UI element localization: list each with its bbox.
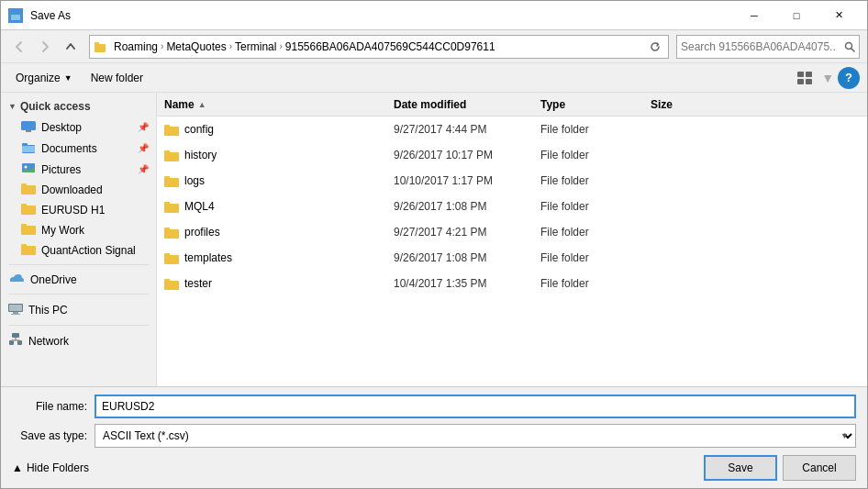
sidebar: ▼ Quick access Desktop 📌 Documents 📌 bbox=[1, 93, 157, 386]
sidebar-item-onedrive[interactable]: OneDrive bbox=[1, 269, 156, 290]
svg-rect-14 bbox=[22, 143, 28, 146]
pin-icon: 📌 bbox=[138, 122, 149, 132]
svg-rect-11 bbox=[21, 121, 36, 130]
organize-button[interactable]: Organize ▼ bbox=[8, 67, 80, 89]
svg-rect-12 bbox=[26, 130, 31, 132]
maximize-button[interactable]: □ bbox=[775, 1, 818, 30]
sidebar-item-quantaction[interactable]: QuantAction Signal bbox=[1, 240, 156, 261]
column-name[interactable]: Name ▲ bbox=[164, 98, 394, 111]
forward-button[interactable] bbox=[34, 36, 56, 58]
sidebar-item-documents[interactable]: Documents 📌 bbox=[1, 138, 156, 159]
sidebar-item-network-label: Network bbox=[28, 335, 69, 348]
sidebar-item-eurusd[interactable]: EURUSD H1 bbox=[1, 200, 156, 220]
sidebar-item-pictures[interactable]: Pictures 📌 bbox=[1, 159, 156, 180]
quantaction-folder-icon bbox=[21, 243, 36, 258]
search-input[interactable] bbox=[677, 40, 840, 53]
organize-chevron-icon: ▼ bbox=[64, 73, 72, 83]
network-icon bbox=[8, 333, 23, 349]
file-name: profiles bbox=[184, 226, 220, 239]
table-row[interactable]: logs 10/10/2017 1:17 PM File folder bbox=[157, 168, 867, 194]
file-type: File folder bbox=[540, 200, 651, 213]
table-row[interactable]: tester 10/4/2017 1:35 PM File folder bbox=[157, 271, 867, 296]
view-separator: ▼ bbox=[821, 71, 834, 85]
sidebar-item-desktop[interactable]: Desktop 📌 bbox=[1, 117, 156, 138]
svg-rect-2 bbox=[11, 15, 20, 20]
address-bar[interactable]: Roaming › MetaQuotes › Terminal › 915566… bbox=[89, 35, 669, 59]
quick-access-header[interactable]: ▼ Quick access bbox=[1, 96, 156, 117]
cancel-button[interactable]: Cancel bbox=[783, 455, 856, 481]
folder-icon bbox=[164, 201, 179, 213]
file-type: File folder bbox=[540, 123, 651, 136]
svg-rect-9 bbox=[797, 79, 804, 84]
search-box[interactable] bbox=[676, 35, 860, 59]
column-size[interactable]: Size bbox=[651, 98, 724, 111]
sidebar-divider-1 bbox=[8, 264, 149, 265]
hide-folders-label: Hide Folders bbox=[27, 461, 89, 474]
refresh-button[interactable] bbox=[646, 38, 664, 56]
sidebar-divider-2 bbox=[8, 294, 149, 295]
up-button[interactable] bbox=[60, 36, 82, 58]
table-row[interactable]: templates 9/26/2017 1:08 PM File folder bbox=[157, 245, 867, 271]
pin-icon-3: 📌 bbox=[138, 164, 149, 174]
save-button[interactable]: Save bbox=[704, 455, 777, 481]
sidebar-item-desktop-label: Desktop bbox=[41, 121, 82, 134]
minimize-button[interactable]: ─ bbox=[733, 1, 775, 30]
file-type: File folder bbox=[540, 251, 651, 264]
quick-access-label: Quick access bbox=[20, 100, 91, 113]
svg-rect-46 bbox=[164, 255, 179, 264]
sidebar-item-eurusd-label: EURUSD H1 bbox=[41, 204, 105, 217]
svg-rect-45 bbox=[164, 228, 170, 230]
view-options-button[interactable] bbox=[792, 67, 818, 89]
hide-folders-toggle[interactable]: ▲ Hide Folders bbox=[12, 461, 89, 474]
svg-rect-40 bbox=[164, 178, 179, 187]
hide-folders-chevron: ▲ bbox=[12, 461, 23, 474]
filename-row: File name: bbox=[12, 395, 856, 418]
file-name-label: File name: bbox=[12, 400, 95, 413]
sidebar-item-thispc[interactable]: This PC bbox=[1, 298, 156, 321]
column-type[interactable]: Type bbox=[540, 98, 651, 111]
column-date-modified[interactable]: Date modified bbox=[394, 98, 540, 111]
thispc-icon bbox=[8, 302, 23, 317]
sidebar-item-downloaded[interactable]: Downloaded bbox=[1, 180, 156, 200]
save-as-type-label: Save as type: bbox=[12, 429, 95, 442]
downloaded-folder-icon bbox=[21, 183, 36, 197]
crumb-id[interactable]: 915566BA06ADA407569C544CC0D97611 bbox=[284, 40, 497, 53]
table-row[interactable]: profiles 9/27/2017 4:21 PM File folder bbox=[157, 219, 867, 245]
svg-rect-27 bbox=[13, 312, 18, 314]
save-as-type-wrapper: ASCII Text (*.csv) bbox=[95, 424, 856, 448]
svg-rect-1 bbox=[10, 11, 15, 14]
new-folder-button[interactable]: New folder bbox=[83, 67, 150, 89]
table-row[interactable]: config 9/27/2017 4:44 PM File folder bbox=[157, 117, 867, 142]
file-date: 10/4/2017 1:35 PM bbox=[394, 277, 540, 290]
sidebar-item-network[interactable]: Network bbox=[1, 329, 156, 352]
table-row[interactable]: history 9/26/2017 10:17 PM File folder bbox=[157, 142, 867, 168]
svg-rect-43 bbox=[164, 202, 170, 205]
help-button[interactable]: ? bbox=[838, 67, 860, 89]
file-name-input[interactable] bbox=[95, 395, 856, 418]
folder-icon bbox=[164, 124, 179, 136]
svg-rect-25 bbox=[21, 244, 27, 247]
crumb-terminal[interactable]: Terminal bbox=[233, 40, 278, 53]
svg-rect-48 bbox=[164, 281, 179, 290]
svg-rect-3 bbox=[95, 44, 106, 52]
svg-rect-39 bbox=[164, 150, 170, 153]
title-bar: Save As ─ □ ✕ bbox=[1, 1, 867, 30]
svg-rect-4 bbox=[95, 42, 99, 45]
sidebar-item-quantaction-label: QuantAction Signal bbox=[41, 244, 136, 257]
table-row[interactable]: MQL4 9/26/2017 1:08 PM File folder bbox=[157, 194, 867, 219]
mywork-folder-icon bbox=[21, 223, 36, 238]
crumb-roaming[interactable]: Roaming bbox=[112, 40, 160, 53]
sidebar-item-mywork[interactable]: My Work bbox=[1, 220, 156, 240]
folder-icon bbox=[164, 278, 179, 290]
back-button[interactable] bbox=[8, 36, 30, 58]
crumb-metaquotes[interactable]: MetaQuotes bbox=[164, 40, 228, 53]
file-type: File folder bbox=[540, 174, 651, 187]
onedrive-icon bbox=[8, 272, 25, 286]
close-button[interactable]: ✕ bbox=[818, 1, 860, 30]
svg-rect-30 bbox=[12, 333, 19, 338]
file-name: MQL4 bbox=[184, 200, 215, 213]
file-type: File folder bbox=[540, 149, 651, 161]
save-as-type-select[interactable]: ASCII Text (*.csv) bbox=[95, 424, 856, 448]
desktop-icon bbox=[21, 119, 36, 135]
file-type: File folder bbox=[540, 277, 651, 290]
